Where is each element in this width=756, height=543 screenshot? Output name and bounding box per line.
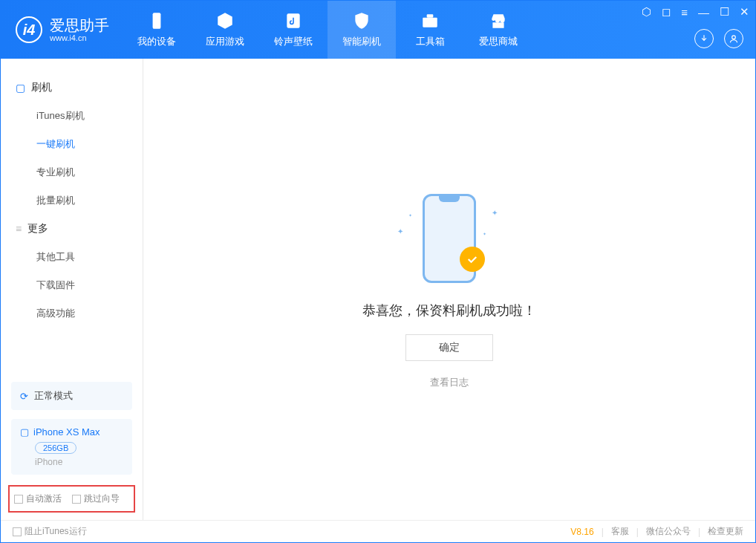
success-illustration: ✦ ✦ ✦ ✦ bbox=[390, 190, 509, 287]
user-icon bbox=[729, 33, 739, 44]
device-type: iPhone bbox=[35, 457, 123, 467]
header: i4 爱思助手 www.i4.cn 我的设备 应用游戏 铃声壁纸 智能刷机 工具… bbox=[1, 1, 755, 59]
phone-icon bbox=[147, 11, 166, 30]
refresh-icon: ⟳ bbox=[20, 391, 28, 402]
header-actions bbox=[694, 29, 743, 48]
body: ▢ 刷机 iTunes刷机 一键刷机 专业刷机 批量刷机 ≡ 更多 其他工具 下… bbox=[1, 59, 755, 520]
feedback-icon[interactable]: ⬡ bbox=[642, 5, 651, 19]
nav-label: 铃声壁纸 bbox=[274, 35, 313, 48]
checkbox-block-itunes[interactable]: 阻止iTunes运行 bbox=[13, 525, 87, 538]
checkbox-auto-activate[interactable]: 自动激活 bbox=[14, 492, 62, 505]
menu-icon[interactable]: ≡ bbox=[681, 6, 688, 19]
nav-apps-games[interactable]: 应用游戏 bbox=[191, 1, 259, 59]
sidebar-item-oneclick-flash[interactable]: 一键刷机 bbox=[1, 130, 143, 158]
close-button[interactable]: ✕ bbox=[740, 5, 749, 19]
nav-store[interactable]: 爱思商城 bbox=[464, 1, 532, 59]
sidebar-section-more: ≡ 更多 bbox=[1, 215, 143, 243]
device-name: iPhone XS Max bbox=[33, 426, 100, 438]
user-button[interactable] bbox=[724, 29, 743, 48]
checkbox-skip-guide[interactable]: 跳过向导 bbox=[72, 492, 120, 505]
version-label[interactable]: V8.16 bbox=[570, 527, 593, 537]
toolbox-icon bbox=[420, 11, 440, 30]
svg-rect-2 bbox=[423, 18, 437, 27]
mode-card[interactable]: ⟳ 正常模式 bbox=[11, 382, 132, 410]
checkbox-label: 跳过向导 bbox=[84, 492, 120, 505]
download-button[interactable] bbox=[694, 29, 714, 48]
cube-icon bbox=[215, 11, 235, 30]
nav-label: 工具箱 bbox=[416, 35, 445, 48]
app-url: www.i4.cn bbox=[50, 33, 109, 42]
maximize-button[interactable]: ☐ bbox=[720, 5, 729, 19]
svg-rect-3 bbox=[427, 14, 434, 17]
download-icon bbox=[699, 33, 709, 44]
highlighted-options: 自动激活 跳过向导 bbox=[8, 485, 135, 513]
check-badge-icon bbox=[460, 247, 485, 272]
checkbox-icon bbox=[14, 495, 23, 504]
ok-button[interactable]: 确定 bbox=[405, 334, 493, 361]
sidebar-item-pro-flash[interactable]: 专业刷机 bbox=[1, 158, 143, 186]
main-nav: 我的设备 应用游戏 铃声壁纸 智能刷机 工具箱 爱思商城 bbox=[123, 1, 532, 59]
logo-area: i4 爱思助手 www.i4.cn bbox=[1, 1, 123, 59]
nav-smart-flash[interactable]: 智能刷机 bbox=[328, 1, 396, 59]
skin-icon[interactable]: ◻ bbox=[662, 5, 671, 19]
section-title: 更多 bbox=[27, 222, 48, 235]
wechat-link[interactable]: 微信公众号 bbox=[646, 525, 691, 538]
device-card[interactable]: ▢ iPhone XS Max 256GB iPhone bbox=[11, 419, 132, 475]
list-icon: ≡ bbox=[16, 223, 22, 235]
checkbox-icon bbox=[13, 527, 22, 536]
shield-icon bbox=[352, 11, 371, 30]
checkbox-icon bbox=[72, 495, 81, 504]
music-icon bbox=[284, 11, 303, 30]
check-update-link[interactable]: 检查更新 bbox=[708, 525, 743, 538]
nav-label: 我的设备 bbox=[137, 35, 176, 48]
footer-right: V8.16 | 客服 | 微信公众号 | 检查更新 bbox=[570, 525, 743, 538]
main-content: ✦ ✦ ✦ ✦ 恭喜您，保资料刷机成功啦！ 确定 查看日志 bbox=[143, 59, 755, 520]
checkbox-label: 自动激活 bbox=[26, 492, 62, 505]
nav-label: 应用游戏 bbox=[206, 35, 244, 48]
device-capacity: 256GB bbox=[35, 442, 76, 454]
sidebar: ▢ 刷机 iTunes刷机 一键刷机 专业刷机 批量刷机 ≡ 更多 其他工具 下… bbox=[1, 59, 143, 520]
checkbox-label: 阻止iTunes运行 bbox=[25, 525, 87, 538]
nav-my-device[interactable]: 我的设备 bbox=[123, 1, 191, 59]
logo-icon: i4 bbox=[16, 16, 42, 43]
svg-point-4 bbox=[732, 36, 736, 39]
mode-label: 正常模式 bbox=[34, 389, 73, 403]
sidebar-item-batch-flash[interactable]: 批量刷机 bbox=[1, 186, 143, 215]
sidebar-item-download-firmware[interactable]: 下载固件 bbox=[1, 271, 143, 299]
phone-outline-icon: ▢ bbox=[16, 82, 25, 94]
nav-ringtones[interactable]: 铃声壁纸 bbox=[259, 1, 328, 59]
app-name: 爱思助手 bbox=[50, 17, 109, 33]
customer-service-link[interactable]: 客服 bbox=[611, 525, 629, 538]
nav-toolbox[interactable]: 工具箱 bbox=[396, 1, 464, 59]
sidebar-item-itunes-flash[interactable]: iTunes刷机 bbox=[1, 102, 143, 130]
device-icon: ▢ bbox=[20, 426, 29, 438]
svg-rect-0 bbox=[153, 13, 161, 29]
sidebar-section-flash: ▢ 刷机 bbox=[1, 74, 143, 102]
window-controls: ⬡ ◻ ≡ — ☐ ✕ bbox=[642, 5, 749, 19]
view-log-link[interactable]: 查看日志 bbox=[430, 376, 469, 389]
section-title: 刷机 bbox=[31, 81, 52, 94]
minimize-button[interactable]: — bbox=[698, 6, 709, 19]
success-message: 恭喜您，保资料刷机成功啦！ bbox=[362, 302, 536, 319]
sidebar-item-advanced[interactable]: 高级功能 bbox=[1, 299, 143, 328]
store-icon bbox=[489, 11, 508, 30]
nav-label: 爱思商城 bbox=[479, 35, 518, 48]
footer: 阻止iTunes运行 V8.16 | 客服 | 微信公众号 | 检查更新 bbox=[1, 520, 755, 542]
sidebar-item-other-tools[interactable]: 其他工具 bbox=[1, 243, 143, 271]
nav-label: 智能刷机 bbox=[342, 35, 381, 48]
